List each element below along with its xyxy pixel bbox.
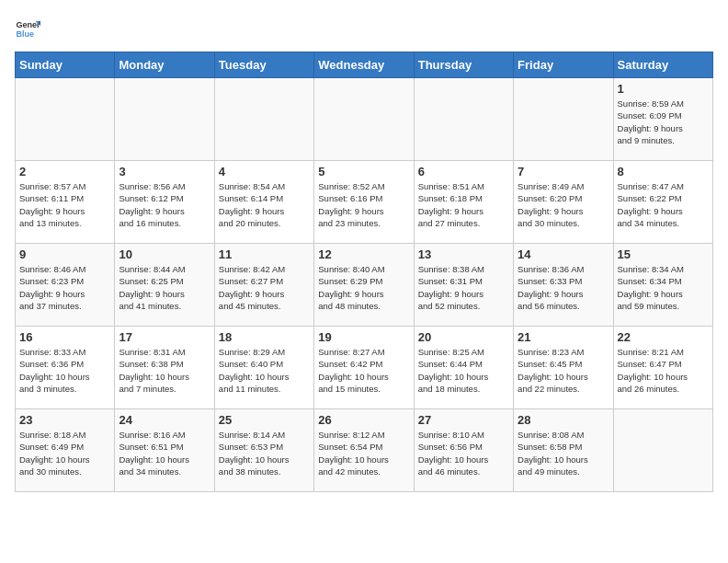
day-number: 25 [219, 413, 310, 427]
calendar-cell: 3Sunrise: 8:56 AM Sunset: 6:12 PM Daylig… [115, 161, 214, 244]
day-number: 21 [518, 330, 609, 344]
calendar-cell: 23Sunrise: 8:18 AM Sunset: 6:49 PM Dayli… [16, 409, 115, 492]
day-info: Sunrise: 8:40 AM Sunset: 6:29 PM Dayligh… [318, 263, 409, 312]
calendar-cell: 27Sunrise: 8:10 AM Sunset: 6:56 PM Dayli… [414, 409, 513, 492]
day-number: 24 [119, 413, 210, 427]
column-header-thursday: Thursday [414, 52, 513, 78]
calendar-week-1: 1Sunrise: 8:59 AM Sunset: 6:09 PM Daylig… [16, 78, 713, 161]
day-number: 3 [119, 165, 210, 178]
day-info: Sunrise: 8:57 AM Sunset: 6:11 PM Dayligh… [19, 180, 110, 229]
calendar-cell: 25Sunrise: 8:14 AM Sunset: 6:53 PM Dayli… [214, 409, 313, 492]
day-number: 2 [19, 165, 110, 178]
day-number: 27 [418, 413, 509, 427]
day-info: Sunrise: 8:38 AM Sunset: 6:31 PM Dayligh… [418, 263, 509, 312]
calendar-cell: 20Sunrise: 8:25 AM Sunset: 6:44 PM Dayli… [414, 327, 513, 409]
calendar-cell: 28Sunrise: 8:08 AM Sunset: 6:58 PM Dayli… [514, 409, 613, 492]
calendar-cell: 18Sunrise: 8:29 AM Sunset: 6:40 PM Dayli… [214, 327, 313, 409]
calendar-week-2: 2Sunrise: 8:57 AM Sunset: 6:11 PM Daylig… [16, 161, 713, 244]
calendar-cell: 1Sunrise: 8:59 AM Sunset: 6:09 PM Daylig… [613, 78, 712, 161]
day-number: 9 [19, 247, 110, 261]
day-number: 5 [318, 165, 409, 178]
calendar-cell [514, 78, 613, 161]
calendar-cell [414, 78, 513, 161]
day-number: 18 [219, 330, 310, 344]
day-info: Sunrise: 8:12 AM Sunset: 6:54 PM Dayligh… [318, 429, 409, 477]
column-header-wednesday: Wednesday [314, 52, 414, 78]
day-number: 10 [119, 247, 210, 261]
calendar-cell: 15Sunrise: 8:34 AM Sunset: 6:34 PM Dayli… [613, 244, 712, 327]
day-number: 11 [219, 247, 310, 261]
column-header-monday: Monday [115, 52, 214, 78]
calendar-cell: 9Sunrise: 8:46 AM Sunset: 6:23 PM Daylig… [16, 244, 115, 327]
day-info: Sunrise: 8:14 AM Sunset: 6:53 PM Dayligh… [219, 429, 310, 477]
day-number: 28 [518, 413, 609, 427]
calendar-cell: 22Sunrise: 8:21 AM Sunset: 6:47 PM Dayli… [613, 327, 712, 409]
day-info: Sunrise: 8:44 AM Sunset: 6:25 PM Dayligh… [119, 263, 210, 312]
calendar-cell: 14Sunrise: 8:36 AM Sunset: 6:33 PM Dayli… [514, 244, 613, 327]
calendar-cell [16, 78, 115, 161]
calendar-cell [314, 78, 414, 161]
calendar-cell: 8Sunrise: 8:47 AM Sunset: 6:22 PM Daylig… [613, 161, 712, 244]
day-number: 20 [418, 330, 509, 344]
calendar-week-3: 9Sunrise: 8:46 AM Sunset: 6:23 PM Daylig… [16, 244, 713, 327]
calendar-cell [115, 78, 214, 161]
day-number: 26 [318, 413, 409, 427]
day-info: Sunrise: 8:51 AM Sunset: 6:18 PM Dayligh… [418, 180, 509, 229]
calendar-cell: 10Sunrise: 8:44 AM Sunset: 6:25 PM Dayli… [115, 244, 214, 327]
day-info: Sunrise: 8:10 AM Sunset: 6:56 PM Dayligh… [418, 429, 509, 477]
day-info: Sunrise: 8:23 AM Sunset: 6:45 PM Dayligh… [518, 346, 609, 395]
column-header-sunday: Sunday [16, 52, 115, 78]
column-header-tuesday: Tuesday [214, 52, 313, 78]
day-number: 23 [19, 413, 110, 427]
calendar-header-row: SundayMondayTuesdayWednesdayThursdayFrid… [16, 52, 713, 78]
day-info: Sunrise: 8:49 AM Sunset: 6:20 PM Dayligh… [518, 180, 609, 229]
logo: General Blue [15, 15, 44, 40]
day-number: 17 [119, 330, 210, 344]
calendar-cell: 7Sunrise: 8:49 AM Sunset: 6:20 PM Daylig… [514, 161, 613, 244]
day-info: Sunrise: 8:36 AM Sunset: 6:33 PM Dayligh… [518, 263, 609, 312]
day-number: 16 [19, 330, 110, 344]
day-info: Sunrise: 8:59 AM Sunset: 6:09 PM Dayligh… [618, 98, 709, 146]
day-info: Sunrise: 8:08 AM Sunset: 6:58 PM Dayligh… [518, 429, 609, 477]
day-info: Sunrise: 8:42 AM Sunset: 6:27 PM Dayligh… [219, 263, 310, 312]
calendar-cell: 13Sunrise: 8:38 AM Sunset: 6:31 PM Dayli… [414, 244, 513, 327]
calendar-cell: 16Sunrise: 8:33 AM Sunset: 6:36 PM Dayli… [16, 327, 115, 409]
column-header-friday: Friday [514, 52, 613, 78]
day-info: Sunrise: 8:52 AM Sunset: 6:16 PM Dayligh… [318, 180, 409, 229]
day-number: 13 [418, 247, 509, 261]
day-number: 19 [318, 330, 409, 344]
day-info: Sunrise: 8:16 AM Sunset: 6:51 PM Dayligh… [119, 429, 210, 477]
day-info: Sunrise: 8:31 AM Sunset: 6:38 PM Dayligh… [119, 346, 210, 395]
calendar-cell: 24Sunrise: 8:16 AM Sunset: 6:51 PM Dayli… [115, 409, 214, 492]
calendar-cell: 26Sunrise: 8:12 AM Sunset: 6:54 PM Dayli… [314, 409, 414, 492]
calendar-week-5: 23Sunrise: 8:18 AM Sunset: 6:49 PM Dayli… [16, 409, 713, 492]
calendar-cell: 2Sunrise: 8:57 AM Sunset: 6:11 PM Daylig… [16, 161, 115, 244]
day-info: Sunrise: 8:33 AM Sunset: 6:36 PM Dayligh… [19, 346, 110, 395]
calendar-table: SundayMondayTuesdayWednesdayThursdayFrid… [15, 52, 713, 492]
day-number: 4 [219, 165, 310, 178]
day-number: 22 [618, 330, 709, 344]
calendar-cell: 11Sunrise: 8:42 AM Sunset: 6:27 PM Dayli… [214, 244, 313, 327]
header: General Blue [15, 15, 713, 40]
column-header-saturday: Saturday [613, 52, 712, 78]
calendar-cell: 21Sunrise: 8:23 AM Sunset: 6:45 PM Dayli… [514, 327, 613, 409]
day-number: 14 [518, 247, 609, 261]
day-info: Sunrise: 8:25 AM Sunset: 6:44 PM Dayligh… [418, 346, 509, 395]
calendar-cell: 5Sunrise: 8:52 AM Sunset: 6:16 PM Daylig… [314, 161, 414, 244]
day-number: 12 [318, 247, 409, 261]
calendar-cell: 19Sunrise: 8:27 AM Sunset: 6:42 PM Dayli… [314, 327, 414, 409]
day-number: 7 [518, 165, 609, 178]
day-info: Sunrise: 8:54 AM Sunset: 6:14 PM Dayligh… [219, 180, 310, 229]
day-info: Sunrise: 8:46 AM Sunset: 6:23 PM Dayligh… [19, 263, 110, 312]
calendar-cell: 17Sunrise: 8:31 AM Sunset: 6:38 PM Dayli… [115, 327, 214, 409]
day-info: Sunrise: 8:18 AM Sunset: 6:49 PM Dayligh… [19, 429, 110, 477]
day-info: Sunrise: 8:47 AM Sunset: 6:22 PM Dayligh… [618, 180, 709, 229]
day-number: 1 [618, 82, 709, 96]
svg-text:Blue: Blue [16, 29, 34, 39]
calendar-cell: 12Sunrise: 8:40 AM Sunset: 6:29 PM Dayli… [314, 244, 414, 327]
calendar-cell: 4Sunrise: 8:54 AM Sunset: 6:14 PM Daylig… [214, 161, 313, 244]
calendar-cell [214, 78, 313, 161]
day-info: Sunrise: 8:34 AM Sunset: 6:34 PM Dayligh… [618, 263, 709, 312]
calendar-body: 1Sunrise: 8:59 AM Sunset: 6:09 PM Daylig… [16, 78, 713, 492]
day-info: Sunrise: 8:29 AM Sunset: 6:40 PM Dayligh… [219, 346, 310, 395]
